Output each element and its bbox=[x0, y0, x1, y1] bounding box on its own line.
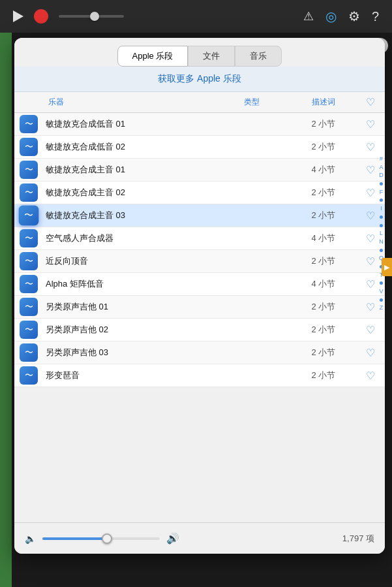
loop-icon-cell: 〜 bbox=[14, 183, 43, 202]
loop-icon-box: 〜 bbox=[20, 252, 38, 270]
alpha-index[interactable]: #ADFILNQTVZ bbox=[379, 155, 384, 312]
alpha-index-item[interactable] bbox=[380, 197, 383, 204]
sidebar-green bbox=[0, 33, 12, 587]
column-headers: 乐器 类型 描述词 ♡ bbox=[14, 92, 385, 113]
loop-favorite[interactable]: ♡ bbox=[356, 118, 385, 131]
loop-row[interactable]: 〜 另类原声吉他 01 2 小节 ♡ bbox=[14, 296, 385, 319]
loop-icon-cell: 〜 bbox=[14, 138, 43, 156]
loop-favorite[interactable]: ♡ bbox=[356, 370, 385, 382]
loop-name: 形变琶音 bbox=[43, 370, 213, 381]
alpha-index-item[interactable]: L bbox=[380, 230, 383, 238]
loop-bars: 2 小节 bbox=[291, 370, 356, 381]
bottom-bar: 🔈 🔊 1,797 项 bbox=[14, 522, 385, 554]
alpha-index-item[interactable]: # bbox=[380, 155, 383, 163]
loops-panel: Apple 乐段 文件 音乐 获取更多 Apple 乐段 乐器 类型 描述词 ♡… bbox=[14, 38, 385, 554]
alpha-index-item[interactable] bbox=[380, 279, 383, 287]
record-button[interactable] bbox=[34, 9, 48, 24]
volume-slider[interactable] bbox=[42, 537, 160, 540]
loop-icon-box: 〜 bbox=[20, 343, 38, 362]
alpha-index-item[interactable] bbox=[380, 247, 383, 255]
loop-name: 敏捷放克合成主音 03 bbox=[43, 210, 213, 221]
loop-bars: 2 小节 bbox=[291, 210, 356, 221]
loop-row[interactable]: 〜 敏捷放克合成低音 02 2 小节 ♡ bbox=[14, 136, 385, 159]
progress-thumb[interactable] bbox=[90, 12, 99, 21]
loop-bars: 4 小节 bbox=[291, 278, 356, 290]
tab-music[interactable]: 音乐 bbox=[235, 46, 282, 67]
alpha-index-item[interactable]: I bbox=[380, 205, 382, 213]
waveform-icon: 〜 bbox=[25, 324, 33, 336]
toolbar-right: ⚠ ◎ ⚙ ? bbox=[303, 8, 379, 24]
loop-row[interactable]: 〜 Alpha 矩阵低音 4 小节 ♡ bbox=[14, 273, 385, 296]
loop-icon-box: 〜 bbox=[20, 229, 38, 247]
loop-favorite[interactable]: ♡ bbox=[356, 347, 385, 359]
loop-name: 敏捷放克合成主音 02 bbox=[43, 187, 213, 198]
loop-icon-cell: 〜 bbox=[14, 275, 43, 293]
get-more-banner[interactable]: 获取更多 Apple 乐段 bbox=[14, 67, 385, 92]
alpha-index-item[interactable]: Z bbox=[380, 304, 384, 312]
volume-thumb[interactable] bbox=[102, 533, 112, 544]
col-fav-header: ♡ bbox=[356, 95, 385, 110]
loop-row[interactable]: 〜 另类原声吉他 02 2 小节 ♡ bbox=[14, 319, 385, 341]
loop-row[interactable]: 〜 形变琶音 2 小节 ♡ bbox=[14, 364, 385, 387]
loop-icon-cell: 〜 bbox=[14, 206, 43, 225]
loop-icon-box: 〜 bbox=[20, 366, 38, 385]
loop-bars: 2 小节 bbox=[291, 255, 356, 267]
loop-row[interactable]: 〜 另类原声吉他 03 2 小节 ♡ bbox=[14, 341, 385, 364]
loop-row[interactable]: 〜 敏捷放克合成低音 01 2 小节 ♡ bbox=[14, 113, 385, 136]
loop-row[interactable]: 〜 敏捷放克合成主音 03 2 小节 ♡ bbox=[14, 204, 385, 227]
alpha-index-item[interactable]: F bbox=[380, 189, 384, 197]
loop-bars: 4 小节 bbox=[291, 232, 356, 244]
loop-bars: 2 小节 bbox=[291, 118, 356, 130]
side-nav-arrow[interactable]: ▶ bbox=[382, 258, 392, 276]
gear-icon[interactable]: ⚙ bbox=[348, 8, 360, 24]
loop-icon-cell: 〜 bbox=[14, 252, 43, 270]
waveform-icon: 〜 bbox=[25, 187, 33, 198]
waveform-icon: 〜 bbox=[25, 118, 33, 130]
loop-bars: 2 小节 bbox=[291, 141, 356, 153]
play-button[interactable] bbox=[13, 10, 23, 22]
waveform-icon: 〜 bbox=[25, 232, 33, 244]
waveform-icon: 〜 bbox=[25, 347, 33, 358]
volume-max-icon: 🔊 bbox=[166, 532, 179, 545]
volume-min-icon: 🔈 bbox=[25, 533, 36, 544]
loop-name: 空气感人声合成器 bbox=[43, 232, 213, 244]
alpha-index-item[interactable] bbox=[380, 180, 383, 188]
waveform-icon: 〜 bbox=[25, 164, 33, 176]
loop-name: 另类原声吉他 03 bbox=[43, 347, 213, 358]
alpha-index-item[interactable]: D bbox=[379, 172, 384, 180]
loop-icon-cell: 〜 bbox=[14, 321, 43, 339]
top-toolbar: ⚠ ◎ ⚙ ? bbox=[0, 0, 392, 33]
loop-favorite[interactable]: ♡ bbox=[356, 141, 385, 153]
loop-favorite[interactable]: ♡ bbox=[356, 324, 385, 336]
loop-list: 〜 敏捷放克合成低音 01 2 小节 ♡ 〜 敏捷放克合成低音 02 2 小节 … bbox=[14, 113, 385, 524]
loop-icon-box: 〜 bbox=[20, 161, 38, 179]
loop-icon-cell: 〜 bbox=[14, 115, 43, 133]
loop-row[interactable]: 〜 敏捷放克合成主音 02 2 小节 ♡ bbox=[14, 182, 385, 204]
loop-icon-cell: 〜 bbox=[14, 343, 43, 362]
tab-apple-loops[interactable]: Apple 乐段 bbox=[117, 46, 188, 67]
loop-name: 另类原声吉他 01 bbox=[43, 301, 213, 313]
alpha-index-item[interactable]: V bbox=[379, 288, 383, 296]
loop-row[interactable]: 〜 近反向顶音 2 小节 ♡ bbox=[14, 250, 385, 273]
alpha-index-item[interactable] bbox=[380, 222, 383, 230]
loop-icon-box: 〜 bbox=[20, 298, 38, 316]
col-type: 类型 bbox=[213, 95, 291, 109]
loop-icon-box: 〜 bbox=[19, 206, 39, 226]
loop-name: 近反向顶音 bbox=[43, 255, 213, 267]
loop-bars: 2 小节 bbox=[291, 187, 356, 198]
loop-icon-box: 〜 bbox=[20, 321, 38, 339]
loop-icon-box: 〜 bbox=[20, 275, 38, 293]
alpha-index-item[interactable]: N bbox=[379, 238, 384, 246]
transport-controls bbox=[13, 9, 124, 24]
alpha-index-item[interactable] bbox=[380, 296, 383, 304]
person-icon[interactable]: ◎ bbox=[325, 8, 337, 24]
loop-name: 敏捷放克合成低音 02 bbox=[43, 141, 213, 153]
alpha-index-item[interactable] bbox=[380, 214, 383, 221]
progress-track bbox=[59, 15, 124, 18]
loop-row[interactable]: 〜 空气感人声合成器 4 小节 ♡ bbox=[14, 227, 385, 250]
loop-row[interactable]: 〜 敏捷放克合成主音 01 4 小节 ♡ bbox=[14, 159, 385, 182]
tab-files[interactable]: 文件 bbox=[188, 46, 235, 67]
alpha-index-item[interactable]: A bbox=[379, 164, 383, 172]
help-icon[interactable]: ? bbox=[372, 9, 379, 24]
loop-bars: 2 小节 bbox=[291, 301, 356, 313]
